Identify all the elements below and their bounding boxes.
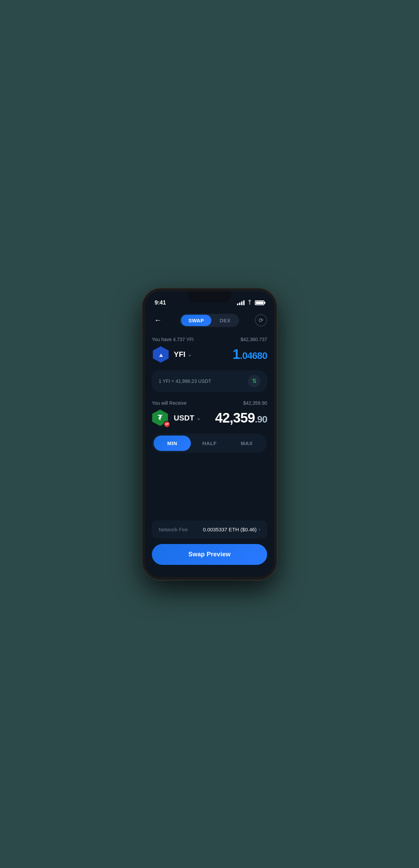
notch: [188, 291, 231, 303]
swap-preview-button[interactable]: Swap Preview: [152, 544, 267, 565]
to-section-header: You will Receive $42,359.90: [152, 400, 267, 406]
to-receive-label: You will Receive: [152, 400, 186, 406]
from-token-left: ⟁ YFI ⌄: [152, 346, 192, 363]
to-receive-value: $42,359.90: [243, 400, 267, 406]
to-amount-whole: 42,359: [215, 410, 255, 425]
max-button[interactable]: MAX: [228, 436, 265, 451]
from-token-chevron: ⌄: [187, 351, 192, 358]
to-amount-decimal: .90: [255, 414, 267, 425]
swap-arrows-icon: ⇅: [252, 378, 257, 384]
network-fee-row[interactable]: Network Fee 0.0035337 ETH ($0.46) ›: [152, 520, 267, 539]
to-token-amount: 42,359.90: [215, 410, 267, 426]
tab-dex[interactable]: DEX: [212, 315, 238, 326]
content-area: You have 4.737 YFI $42,360.737 ⟁ YFI ⌄: [145, 330, 274, 520]
from-token-selector[interactable]: YFI ⌄: [174, 350, 192, 359]
to-token-selector[interactable]: USDT ⌄: [174, 414, 201, 423]
history-button[interactable]: ⟳: [255, 314, 267, 326]
network-fee-wrapper: Network Fee 0.0035337 ETH ($0.46) ›: [145, 520, 274, 544]
to-token-chevron: ⌄: [196, 415, 201, 421]
amount-button-group: MIN HALF MAX: [152, 434, 267, 453]
to-token-left: ₮ OP USDT ⌄: [152, 409, 201, 427]
tab-swap[interactable]: SWAP: [181, 315, 211, 326]
content-spacer: [152, 461, 267, 481]
from-amount-decimal: .04680: [240, 350, 267, 361]
from-section-header: You have 4.737 YFI $42,360.737: [152, 337, 267, 342]
to-token-name: USDT: [174, 414, 194, 423]
exchange-rate-row: 1 YFI = 41,986.23 USDT ⇅: [152, 370, 267, 392]
network-fee-amount: 0.0035337 ETH ($0.46): [203, 527, 257, 532]
network-fee-label: Network Fee: [159, 527, 188, 532]
network-fee-chevron: ›: [259, 527, 260, 532]
to-token-row: ₮ OP USDT ⌄ 42,359.90: [152, 409, 267, 427]
bottom-area: Swap Preview: [145, 544, 274, 577]
from-token-amount[interactable]: 1.04680: [233, 347, 267, 362]
exchange-rate-text: 1 YFI = 41,986.23 USDT: [159, 378, 211, 384]
half-button[interactable]: HALF: [191, 436, 228, 451]
yfi-icon: ⟁: [152, 346, 170, 363]
signal-icon: [237, 300, 245, 305]
from-balance-value: $42,360.737: [240, 337, 267, 342]
history-icon: ⟳: [259, 317, 263, 324]
from-token-row: ⟁ YFI ⌄ 1.04680: [152, 346, 267, 363]
from-token-name: YFI: [174, 350, 185, 359]
usdt-icon: ₮ OP: [152, 409, 170, 427]
battery-icon: [255, 300, 264, 305]
back-button[interactable]: ←: [152, 314, 164, 326]
svg-point-0: [249, 304, 250, 305]
from-amount-whole: 1: [233, 347, 240, 362]
header: ← SWAP DEX ⟳: [145, 310, 274, 330]
svg-text:⟁: ⟁: [159, 351, 163, 358]
usdt-network-badge: OP: [163, 421, 170, 428]
swap-direction-button[interactable]: ⇅: [248, 375, 260, 387]
svg-text:₮: ₮: [158, 414, 162, 422]
wifi-icon: [247, 300, 253, 306]
network-fee-value-group: 0.0035337 ETH ($0.46) ›: [203, 527, 260, 532]
status-icons: [237, 300, 264, 306]
min-button[interactable]: MIN: [154, 436, 191, 451]
back-arrow-icon: ←: [154, 316, 162, 325]
tab-group: SWAP DEX: [180, 314, 239, 327]
status-time: 9:41: [155, 299, 166, 306]
from-balance-label: You have 4.737 YFI: [152, 337, 194, 342]
